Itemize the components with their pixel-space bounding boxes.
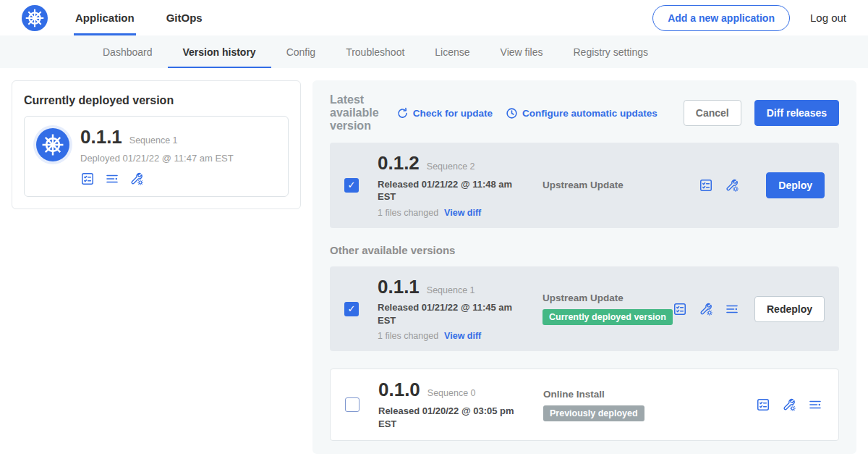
subnav-tab-troubleshoot-label: Troubleshoot <box>346 46 404 58</box>
view-diff-link[interactable]: View diff <box>444 331 481 341</box>
version-actions <box>673 302 739 316</box>
logs-icon[interactable] <box>808 397 822 412</box>
deployed-version-number: 0.1.1 <box>80 127 122 148</box>
subnav-tab-version-history-label: Version history <box>183 46 256 58</box>
top-navbar: Application GitOps Add a new application… <box>0 0 868 35</box>
previously-deployed-badge: Previously deployed <box>543 405 644 421</box>
released-timestamp: Released 01/20/22 @ 03:05 pm EST <box>378 405 523 430</box>
subnav-tab-dashboard-label: Dashboard <box>103 46 153 58</box>
version-row-0-1-1: 0.1.1 Sequence 1 Released 01/21/22 @ 11:… <box>330 266 839 352</box>
helm-wheel-icon <box>38 130 67 159</box>
version-checkbox[interactable] <box>345 397 359 412</box>
checkbox-column <box>344 178 378 193</box>
application-subnav: Dashboard Version history Config Trouble… <box>0 35 868 68</box>
subnav-tab-view-files[interactable]: View files <box>485 35 558 68</box>
version-number: 0.1.2 <box>378 153 420 174</box>
files-changed-line: 1 files changed View diff <box>378 208 542 218</box>
logs-icon[interactable] <box>725 302 739 316</box>
sequence-label: Sequence 1 <box>427 285 475 295</box>
other-versions-title: Other available versions <box>330 244 839 256</box>
version-row-0-1-2: 0.1.2 Sequence 2 Released 01/21/22 @ 11:… <box>330 143 839 228</box>
subnav-tab-registry-settings[interactable]: Registry settings <box>558 35 663 68</box>
subnav-tab-troubleshoot[interactable]: Troubleshoot <box>331 35 420 68</box>
currently-deployed-title: Currently deployed version <box>24 94 289 107</box>
sequence-label: Sequence 2 <box>427 161 475 172</box>
deployed-sequence-label: Sequence 1 <box>129 135 178 146</box>
version-source-label: Upstream Update <box>542 292 673 303</box>
check-for-update-link[interactable]: Check for update <box>396 107 493 119</box>
deployed-actions <box>80 172 234 186</box>
deployed-version-info: 0.1.1 Sequence 1 Deployed 01/21/22 @ 11:… <box>80 127 234 186</box>
source-column: Upstream Update <box>542 180 699 190</box>
available-versions-panel: Latest available version Check for updat… <box>312 80 856 454</box>
subnav-tab-version-history[interactable]: Version history <box>168 35 271 68</box>
app-icon <box>36 128 69 161</box>
edit-config-icon[interactable] <box>699 302 713 316</box>
files-changed-line: 1 files changed View diff <box>378 331 542 341</box>
latest-version-title: Latest available version <box>330 93 383 132</box>
edit-config-icon[interactable] <box>129 172 144 186</box>
version-number: 0.1.1 <box>378 277 420 298</box>
action-column: Deploy <box>755 172 825 198</box>
files-changed-count: 1 files changed <box>378 208 438 218</box>
version-actions <box>756 397 822 412</box>
nav-tab-application-label: Application <box>75 12 135 24</box>
refresh-icon <box>396 107 409 119</box>
latest-version-header: Latest available version Check for updat… <box>330 93 839 132</box>
nav-tab-application[interactable]: Application <box>74 0 136 35</box>
version-checkbox[interactable] <box>344 302 359 316</box>
configure-automatic-updates-link[interactable]: Configure automatic updates <box>506 107 658 119</box>
version-actions <box>699 178 739 193</box>
logout-button[interactable]: Log out <box>810 12 846 24</box>
view-diff-link[interactable]: View diff <box>444 208 481 218</box>
subnav-tab-config-label: Config <box>286 46 315 58</box>
edit-config-icon[interactable] <box>725 178 739 193</box>
action-column: Redeploy <box>755 296 825 322</box>
main-content: Currently deployed version 0.1.1 Sequenc… <box>0 68 868 454</box>
add-new-application-button[interactable]: Add a new application <box>652 5 790 31</box>
released-timestamp: Released 01/21/22 @ 11:45 am EST <box>378 301 522 327</box>
subnav-tab-view-files-label: View files <box>501 46 543 58</box>
nav-tab-gitops-label: GitOps <box>166 12 203 24</box>
source-column: Online Install Previously deployed <box>543 389 756 421</box>
release-notes-icon[interactable] <box>673 302 687 316</box>
nav-tab-gitops[interactable]: GitOps <box>165 0 204 35</box>
source-column: Upstream Update Currently deployed versi… <box>542 292 673 325</box>
edit-config-icon[interactable] <box>782 397 796 412</box>
currently-deployed-card: 0.1.1 Sequence 1 Deployed 01/21/22 @ 11:… <box>24 116 289 197</box>
configure-automatic-updates-label: Configure automatic updates <box>522 108 658 119</box>
currently-deployed-panel: Currently deployed version 0.1.1 Sequenc… <box>12 80 301 209</box>
version-row-0-1-0: 0.1.0 Sequence 0 Released 01/20/22 @ 03:… <box>330 369 839 441</box>
subnav-tab-config[interactable]: Config <box>271 35 331 68</box>
released-timestamp: Released 01/21/22 @ 11:48 am EST <box>378 178 522 203</box>
subnav-tab-license-label: License <box>435 46 469 58</box>
sequence-label: Sequence 0 <box>427 388 476 398</box>
clock-icon <box>506 107 518 119</box>
diff-releases-button[interactable]: Diff releases <box>754 100 839 126</box>
helm-wheel-icon <box>22 6 47 30</box>
subnav-tab-license[interactable]: License <box>420 35 485 68</box>
release-notes-icon[interactable] <box>80 172 95 186</box>
version-source-label: Upstream Update <box>542 180 699 190</box>
subnav-tab-dashboard[interactable]: Dashboard <box>88 35 168 68</box>
check-for-update-label: Check for update <box>413 108 493 119</box>
navbar-spacer <box>233 0 652 35</box>
checkbox-column <box>345 397 378 412</box>
version-info-column: 0.1.1 Sequence 1 Released 01/21/22 @ 11:… <box>378 277 542 342</box>
deployed-timestamp: Deployed 01/21/22 @ 11:47 am EST <box>80 153 234 164</box>
release-notes-icon[interactable] <box>699 178 713 193</box>
version-info-column: 0.1.2 Sequence 2 Released 01/21/22 @ 11:… <box>378 153 542 218</box>
cancel-button[interactable]: Cancel <box>684 100 741 126</box>
version-checkbox[interactable] <box>344 178 359 193</box>
version-source-label: Online Install <box>543 389 756 400</box>
checkbox-column <box>344 302 378 316</box>
deploy-button[interactable]: Deploy <box>766 172 825 198</box>
logs-icon[interactable] <box>105 172 119 186</box>
redeploy-button[interactable]: Redeploy <box>754 296 825 322</box>
subnav-tab-registry-settings-label: Registry settings <box>573 46 647 58</box>
version-info-column: 0.1.0 Sequence 0 Released 01/20/22 @ 03:… <box>378 379 543 430</box>
version-number: 0.1.0 <box>378 379 420 400</box>
currently-deployed-badge: Currently deployed version <box>542 309 673 325</box>
release-notes-icon[interactable] <box>756 397 770 412</box>
files-changed-count: 1 files changed <box>378 331 438 341</box>
